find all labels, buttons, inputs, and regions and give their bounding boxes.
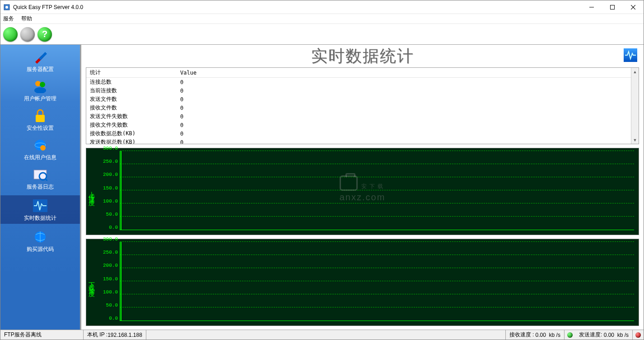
main-area: 服务器配置 用户帐户管理 安全性设置 在线用户信息 服务器日志	[0, 45, 644, 330]
sidebar-item-label: 服务器日志	[0, 183, 80, 191]
table-row[interactable]: 发送文件数0	[86, 95, 631, 104]
scroll-down-icon[interactable]: ▼	[631, 136, 639, 144]
sidebar-item-online-users[interactable]: 在线用户信息	[0, 137, 80, 161]
stat-label: 当前连接数	[86, 86, 177, 95]
y-tick-label: 200.0	[99, 263, 118, 268]
grid-line	[120, 203, 634, 203]
content-panel: 安下载 anxz.com 实时数据统计 统计 Value 连接总数0当前连接数0…	[81, 45, 644, 330]
statusbar: FTP服务器离线 本机 IP :192.168.1.188 接收速度 : 0.0…	[0, 330, 644, 340]
table-row[interactable]: 发送文件失败数0	[86, 112, 631, 121]
sidebar-item-security[interactable]: 安全性设置	[0, 107, 80, 132]
toolbar: ?	[0, 24, 644, 45]
svg-point-7	[40, 82, 45, 87]
start-server-button[interactable]	[3, 27, 18, 42]
sidebar-item-user-accounts[interactable]: 用户帐户管理	[0, 78, 80, 103]
grid-line	[120, 307, 634, 307]
upload-chart-plot: 0.050.0100.0150.0200.0250.0300.0	[96, 148, 639, 235]
stop-server-button[interactable]	[20, 27, 35, 42]
log-icon	[0, 166, 80, 183]
wrench-icon	[0, 48, 80, 66]
send-led-icon	[635, 332, 641, 338]
maximize-button[interactable]	[602, 0, 623, 14]
download-chart-grid	[120, 242, 634, 321]
y-tick-label: 250.0	[99, 250, 118, 255]
y-tick-label: 50.0	[99, 302, 118, 308]
app-icon	[3, 4, 10, 11]
table-row[interactable]: 接收数据总数(KB)0	[86, 129, 631, 138]
col-stat[interactable]: 统计	[86, 68, 177, 78]
stat-label: 连接总数	[86, 78, 177, 87]
sidebar-item-buy-source[interactable]: 购买源代码	[0, 228, 80, 253]
y-tick-label: 250.0	[99, 159, 118, 164]
svg-rect-3	[611, 5, 615, 9]
grid-line	[120, 294, 634, 294]
svg-rect-9	[36, 115, 45, 122]
menu-help[interactable]: 帮助	[21, 15, 32, 23]
y-tick-label: 150.0	[99, 276, 118, 282]
stat-value: 0	[177, 121, 631, 129]
download-chart: 下载速度 0.050.0100.0150.0200.0250.0300.0	[86, 239, 639, 326]
globe-users-icon	[0, 137, 80, 154]
svg-line-15	[45, 179, 47, 181]
menubar: 服务 帮助	[0, 14, 644, 24]
window-title: Quick Easy FTP Server 4.0.0	[13, 4, 581, 10]
sidebar-item-server-log[interactable]: 服务器日志	[0, 166, 80, 191]
y-tick-label: 300.0	[99, 146, 118, 151]
header-pulse-icon	[624, 48, 637, 62]
stat-label: 接收文件失败数	[86, 121, 177, 129]
table-row[interactable]: 当前连接数0	[86, 86, 631, 95]
sidebar-item-server-config[interactable]: 服务器配置	[0, 48, 80, 73]
close-button[interactable]	[623, 0, 644, 14]
sidebar-item-label: 在线用户信息	[0, 154, 80, 161]
y-tick-label: 100.0	[99, 198, 118, 204]
y-tick-label: 150.0	[99, 185, 118, 191]
table-row[interactable]: 接收文件失败数0	[86, 121, 631, 129]
table-row[interactable]: 接收文件数0	[86, 104, 631, 112]
svg-point-12	[40, 145, 46, 151]
svg-point-8	[34, 87, 46, 93]
data-spike	[121, 151, 121, 230]
table-row[interactable]: 连接总数0	[86, 78, 631, 87]
stat-label: 接收数据总数(KB)	[86, 129, 177, 138]
y-tick-label: 0.0	[99, 225, 118, 230]
stat-value: 0	[177, 78, 631, 87]
sidebar-item-label: 购买源代码	[0, 246, 80, 253]
menu-service[interactable]: 服务	[3, 15, 14, 23]
grid-line	[120, 268, 634, 268]
data-spike	[121, 242, 121, 321]
stats-table: 统计 Value 连接总数0当前连接数0发送文件数0接收文件数0发送文件失败数0…	[86, 68, 631, 144]
svg-point-1	[5, 6, 8, 9]
stat-value: 0	[177, 138, 631, 144]
download-chart-plot: 0.050.0100.0150.0200.0250.0300.0	[96, 239, 639, 326]
grid-line	[120, 177, 634, 177]
stat-label: 发送数据总数(KB)	[86, 138, 177, 144]
table-row[interactable]: 发送数据总数(KB)0	[86, 138, 631, 144]
upload-chart-ylabel: 上传速度	[87, 186, 95, 197]
status-recv-speed: 接收速度 : 0.00 kb /s	[506, 330, 565, 340]
sidebar-item-label: 用户帐户管理	[0, 95, 80, 103]
status-send-speed: 发送速度: 0.00 kb /s	[575, 330, 633, 340]
sidebar-item-realtime-stats[interactable]: 实时数据统计	[0, 195, 80, 224]
download-chart-ylabel: 下载速度	[87, 277, 95, 288]
grid-line	[120, 151, 634, 151]
status-spacer	[146, 330, 506, 340]
sidebar-item-label: 服务器配置	[0, 66, 80, 73]
users-icon	[0, 78, 80, 95]
lock-icon	[0, 107, 80, 124]
stats-scrollbar[interactable]: ▲ ▼	[631, 68, 639, 144]
scroll-up-icon[interactable]: ▲	[631, 68, 639, 76]
grid-line	[120, 216, 634, 217]
stat-label: 接收文件数	[86, 104, 177, 112]
globe-icon	[0, 228, 80, 246]
minimize-button[interactable]	[581, 0, 602, 14]
grid-line	[120, 281, 634, 281]
y-tick-label: 100.0	[99, 289, 118, 295]
stat-label: 发送文件数	[86, 95, 177, 104]
sidebar-item-label: 安全性设置	[0, 124, 80, 132]
grid-line	[120, 241, 634, 242]
upload-chart: 上传速度 0.050.0100.0150.0200.0250.0300.0	[86, 148, 639, 235]
col-value[interactable]: Value	[177, 68, 631, 78]
svg-point-6	[35, 81, 41, 86]
help-button[interactable]: ?	[37, 27, 52, 42]
titlebar: Quick Easy FTP Server 4.0.0	[0, 0, 644, 14]
